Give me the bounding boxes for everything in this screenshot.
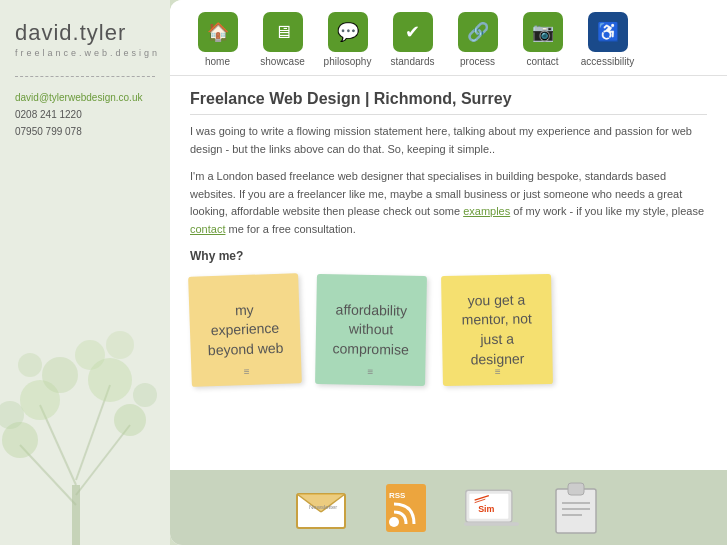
- para2-end: me for a free consultation.: [225, 223, 355, 235]
- svg-point-6: [114, 404, 146, 436]
- logo-name: david.tyler: [15, 20, 155, 46]
- nav-item-philosophy[interactable]: 💬 philosophy: [320, 12, 375, 67]
- svg-text:RSS: RSS: [389, 491, 406, 500]
- nav-label-home: home: [205, 56, 230, 67]
- why-me-heading: Why me?: [190, 249, 707, 263]
- home-icon: 🏠: [198, 12, 238, 52]
- para2-mid: of my work - if you like my style, pleas…: [510, 205, 704, 217]
- svg-text:Sim: Sim: [478, 503, 494, 513]
- svg-text:Newsletter: Newsletter: [309, 504, 337, 510]
- sticky-text-1: my experience beyond web: [199, 299, 291, 361]
- clipboard-icon: [554, 481, 598, 535]
- sticky-text-2: affordability without compromise: [325, 299, 416, 359]
- sticky-text-3: you get a mentor, not just a designer: [451, 290, 542, 370]
- philosophy-icon: 💬: [328, 12, 368, 52]
- standards-icon: ✔: [393, 12, 433, 52]
- contact-link[interactable]: contact: [190, 223, 225, 235]
- nav-item-accessibility[interactable]: ♿ accessibility: [580, 12, 635, 67]
- sidebar: david.tyler freelance.web.design david@t…: [0, 0, 170, 545]
- rss-footer-item[interactable]: RSS: [379, 480, 434, 535]
- nav-label-standards: standards: [391, 56, 435, 67]
- contact-info: david@tylerwebdesign.co.uk 0208 241 1220…: [15, 89, 155, 140]
- navigation: 🏠 home 🖥 showcase 💬 philosophy ✔ standar…: [170, 0, 727, 76]
- svg-point-12: [133, 383, 157, 407]
- sidebar-divider: [15, 76, 155, 77]
- nav-label-philosophy: philosophy: [324, 56, 372, 67]
- nav-item-showcase[interactable]: 🖥 showcase: [255, 12, 310, 67]
- sticky-note-1: my experience beyond web ≡: [188, 273, 302, 387]
- email-link[interactable]: david@tylerwebdesign.co.uk: [15, 92, 142, 103]
- sticky-notes-container: my experience beyond web ≡ affordability…: [190, 275, 707, 385]
- nav-label-accessibility: accessibility: [581, 56, 634, 67]
- nav-label-process: process: [460, 56, 495, 67]
- sticky-pin-1: ≡: [243, 365, 249, 376]
- nav-label-showcase: showcase: [260, 56, 304, 67]
- clipboard-footer-item[interactable]: [549, 480, 604, 535]
- page-title: Freelance Web Design | Richmond, Surrey: [190, 90, 707, 115]
- content-area: Freelance Web Design | Richmond, Surrey …: [170, 76, 727, 470]
- main-content: 🏠 home 🖥 showcase 💬 philosophy ✔ standar…: [170, 0, 727, 545]
- newsletter-footer-item[interactable]: Newsletter: [294, 480, 349, 535]
- nav-label-contact: contact: [526, 56, 558, 67]
- svg-rect-30: [568, 483, 584, 495]
- svg-rect-25: [464, 522, 519, 526]
- contact-icon: 📷: [523, 12, 563, 52]
- nav-item-standards[interactable]: ✔ standards: [385, 12, 440, 67]
- svg-point-14: [106, 331, 134, 359]
- svg-point-9: [42, 357, 78, 393]
- sim-icon: Sim: [464, 484, 519, 532]
- intro-paragraph-2: I'm a London based freelance web designe…: [190, 168, 707, 238]
- nav-item-process[interactable]: 🔗 process: [450, 12, 505, 67]
- sticky-pin-3: ≡: [495, 366, 501, 377]
- logo-sub: freelance.web.design: [15, 48, 155, 58]
- rss-icon: RSS: [384, 482, 428, 534]
- sim-footer-item[interactable]: Sim: [464, 480, 519, 535]
- tree-decoration: [0, 325, 160, 545]
- intro-paragraph-1: I was going to write a flowing mission s…: [190, 123, 707, 158]
- svg-rect-29: [556, 489, 596, 533]
- sticky-note-2: affordability without compromise ≡: [315, 274, 427, 386]
- showcase-icon: 🖥: [263, 12, 303, 52]
- svg-point-10: [75, 340, 105, 370]
- sticky-note-3: you get a mentor, not just a designer ≡: [441, 274, 553, 386]
- process-icon: 🔗: [458, 12, 498, 52]
- svg-point-13: [18, 353, 42, 377]
- footer: Newsletter RSS Sim: [170, 470, 727, 545]
- newsletter-icon: Newsletter: [295, 484, 347, 532]
- nav-item-contact[interactable]: 📷 contact: [515, 12, 570, 67]
- phone1: 0208 241 1220: [15, 109, 82, 120]
- accessibility-icon: ♿: [588, 12, 628, 52]
- nav-item-home[interactable]: 🏠 home: [190, 12, 245, 67]
- examples-link[interactable]: examples: [463, 205, 510, 217]
- svg-point-21: [389, 517, 399, 527]
- phone2: 07950 799 078: [15, 126, 82, 137]
- sticky-pin-2: ≡: [367, 366, 373, 377]
